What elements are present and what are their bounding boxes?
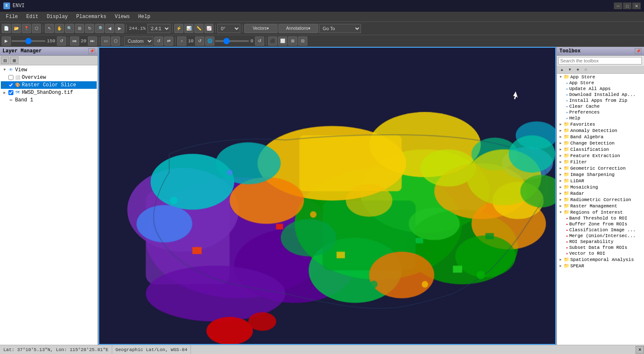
menu-help[interactable]: Help [134, 12, 155, 22]
tree-item-band1[interactable]: ━ Band 1 [1, 96, 97, 104]
toolbox-scroll-down[interactable]: ▼ [566, 66, 574, 73]
next-view[interactable]: ▶ [115, 24, 124, 33]
sync-btn[interactable]: ⇄ [164, 36, 173, 46]
toolbox-item-spear[interactable]: ▶ 📁 SPEAR [557, 263, 644, 269]
roi-rect[interactable]: ▭ [101, 36, 110, 46]
menu-file[interactable]: File [2, 12, 22, 22]
menu-edit[interactable]: Edit [22, 12, 43, 22]
statusbar-close-btn[interactable]: ✕ [636, 346, 644, 354]
display-btn1[interactable]: ⬛ [268, 36, 277, 46]
prev-view[interactable]: ◀ [105, 24, 114, 33]
new-button[interactable]: 📄 [2, 24, 11, 33]
tree-item-raster-color-slice[interactable]: ▶ 🎨 Raster Color Slice [1, 81, 97, 89]
toolbox-item-update-all-apps[interactable]: ▸ Update All Apps [557, 86, 644, 92]
tree-item-overview[interactable]: ⬜ Overview [1, 74, 97, 81]
toolbox-item-roi-group[interactable]: ▼ 📁 Regions of Interest [557, 209, 644, 215]
rcs-checkbox[interactable] [8, 83, 13, 88]
toolbox-item-band-threshold[interactable]: ▸ Band Threshold to ROI [557, 215, 644, 221]
menu-views[interactable]: Views [111, 12, 134, 22]
goto-select[interactable]: Go To [319, 24, 361, 33]
toolbox-item-download-installed[interactable]: ▸ Download Installed Ap... [557, 92, 644, 98]
display-btn2[interactable]: ⬜ [278, 36, 287, 46]
toolbox-item-roi-separability[interactable]: ▸ ROI Separability [557, 239, 644, 245]
circle-btn[interactable]: ○ [177, 36, 186, 46]
toolbox-star1[interactable]: ★ [574, 66, 582, 73]
refresh2-btn[interactable]: ↺ [255, 36, 264, 46]
toolbox-item-lidar[interactable]: ▶ 📁 LiDAR [557, 178, 644, 184]
layer-manager-pin[interactable]: 📌 [88, 48, 95, 54]
globe-btn[interactable]: 🌐 [205, 36, 214, 46]
toolbox-item-filter[interactable]: ▶ 📁 Filter [557, 159, 644, 165]
tree-item-hwsd[interactable]: ▶ 🗺 HWSD_ShanDong.tif [1, 89, 97, 96]
roi-button[interactable]: ⬡ [32, 24, 41, 33]
toolbox-item-band-algebra[interactable]: ▶ 📁 Band Algebra [557, 134, 644, 140]
step-fwd[interactable]: ⏭ [88, 36, 97, 46]
zoom-in-tool[interactable]: 🔍 [65, 24, 74, 33]
histogram-btn[interactable]: 📊 [184, 24, 193, 33]
placemark-button[interactable]: 📍 [22, 24, 31, 33]
toolbox-star2[interactable]: ☆ [582, 66, 590, 73]
vectors-btn[interactable]: Vectors▾ [244, 24, 278, 33]
rotate-tool[interactable]: ↻ [85, 24, 94, 33]
zoom-out-tool[interactable]: 🔎 [95, 24, 104, 33]
annotations-btn[interactable]: Annotations▾ [278, 24, 318, 33]
band-select[interactable]: Custom R:G:B Gray [124, 36, 153, 46]
toolbox-item-radar[interactable]: ▶ 📁 Radar [557, 190, 644, 196]
toolbox-search-input[interactable] [558, 57, 642, 65]
lm-collapse-all[interactable]: ⊟ [1, 57, 9, 64]
step-back[interactable]: ⏮ [70, 36, 79, 46]
toolbox-item-app-store-group[interactable]: ▼ 📁 App Store [557, 74, 644, 80]
select-tool[interactable]: ↖ [45, 24, 54, 33]
loop2-btn[interactable]: ↺ [195, 36, 204, 46]
toolbox-item-classification-image[interactable]: ▸ Classification Image ... [557, 227, 644, 233]
open-button[interactable]: 📂 [12, 24, 21, 33]
refresh-btn[interactable]: ↺ [154, 36, 163, 46]
toolbox-item-geometric-correction[interactable]: ▶ 📁 Geometric Correction [557, 165, 644, 171]
toolbox-item-classification[interactable]: ▶ 📁 Classification [557, 146, 644, 152]
toolbox-item-app-store[interactable]: ▸ App Store [557, 80, 644, 86]
zoom-slider[interactable] [12, 40, 45, 42]
toolbox-item-merge[interactable]: ▸ Merge (Union/Intersec... [557, 233, 644, 239]
toolbox-item-mosaicking[interactable]: ▶ 📁 Mosaicking [557, 184, 644, 190]
toolbox-item-radiometric[interactable]: ▶ 📁 Radiometric Correction [557, 196, 644, 203]
toolbox-pin[interactable]: 📌 [635, 48, 641, 54]
play-btn[interactable]: ▶ [2, 36, 11, 46]
toolbox-item-raster-mgmt[interactable]: ▶ 📁 Raster Management [557, 203, 644, 209]
display-btn3[interactable]: ⊞ [288, 36, 297, 46]
toolbox-item-clear-cache[interactable]: ▸ Clear Cache [557, 103, 644, 109]
toolbox-item-favorites[interactable]: ▶ 📁 Favorites [557, 121, 644, 127]
map-viewport[interactable] [98, 47, 556, 345]
toolbox-item-preferences[interactable]: ▸ Preferences [557, 109, 644, 115]
menu-placemarks[interactable]: Placemarks [72, 12, 111, 22]
overview-checkbox[interactable] [8, 75, 13, 80]
toolbox-item-spatiotemporal[interactable]: ▶ 📁 Spatiotemporal Analysis [557, 256, 644, 263]
measure-btn[interactable]: 📏 [194, 24, 204, 33]
roi-poly[interactable]: ⬠ [111, 36, 120, 46]
menu-display[interactable]: Display [43, 12, 72, 22]
pan-tool[interactable]: ✋ [55, 24, 64, 33]
toolbox-item-vector-to-roi[interactable]: ▸ Vector to ROI [557, 251, 644, 256]
toolbox-item-image-sharpening[interactable]: ▶ 📁 Image Sharpening [557, 171, 644, 178]
toolbox-item-feature-extraction[interactable]: ▶ 📁 Feature Extraction [557, 152, 644, 159]
toolbox-item-help[interactable]: ▸ Help [557, 115, 644, 121]
lm-expand-all[interactable]: ⊞ [10, 57, 18, 64]
toolbox-item-change-detection[interactable]: ▶ 📁 Change Detection [557, 140, 644, 146]
zoom-ratio-select[interactable]: 2.4:1 1:1 2:1 4:1 [147, 24, 170, 33]
tree-item-view[interactable]: ▼ 👁 View [1, 66, 97, 74]
zoom-extent[interactable]: ⊞ [75, 24, 84, 33]
toolbox-item-install-zip[interactable]: ▸ Install Apps from Zip [557, 98, 644, 103]
hwsd-checkbox[interactable] [8, 90, 13, 95]
profile-btn[interactable]: 📈 [204, 24, 214, 33]
toolbox-item-buffer-zone[interactable]: ▸ Buffer Zone from ROIs [557, 221, 644, 227]
toolbox-item-subset-data[interactable]: ▸ Subset Data from ROIs [557, 245, 644, 251]
stretch-btn[interactable]: ⚡ [174, 24, 183, 33]
display-btn4[interactable]: ⊟ [298, 36, 307, 46]
transparency-slider[interactable] [215, 40, 249, 42]
toolbox-scroll-up[interactable]: ▲ [558, 66, 566, 73]
maximize-button[interactable]: □ [623, 3, 631, 9]
minimize-button[interactable]: ─ [614, 3, 622, 9]
toolbox-item-anomaly[interactable]: ▶ 📁 Anomaly Detection [557, 127, 644, 134]
rotation-select[interactable]: 0° 90° 180° 270° [217, 24, 240, 33]
close-button[interactable]: ✕ [632, 3, 641, 9]
loop-btn[interactable]: ↺ [57, 36, 66, 46]
